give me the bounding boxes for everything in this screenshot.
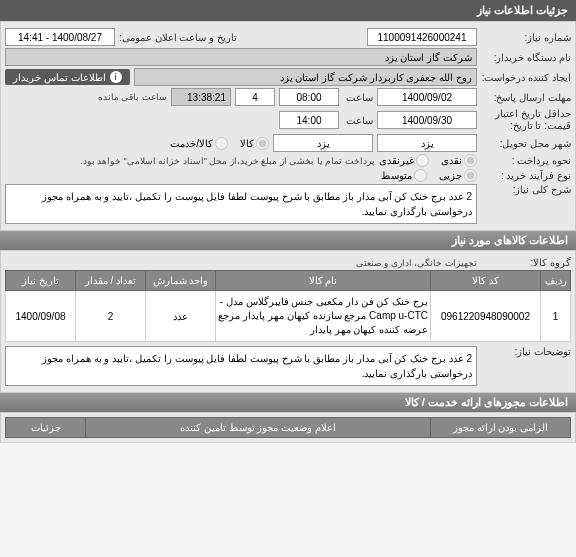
process-group: جزیی متوسط [381,169,477,182]
service-radio[interactable]: کالا/خدمت [170,137,228,150]
requester-field: روح الله جعفری کاربردار شرکت گاز استان ی… [134,68,477,86]
noncash-radio[interactable]: غیرنقدی [379,154,429,167]
cash-radio[interactable]: نقدی [441,154,477,167]
service-radio-input [215,137,228,150]
permits-table: الزامی بودن ارائه مجوز اعلام وضعیت مجوز … [5,417,571,438]
items-header: اطلاعات کالاهای مورد نیاز [0,231,576,250]
delivery-city-1: یزد [377,134,477,152]
min-validity-label: حداقل تاریخ اعتبار قیمت: تا تاریخ: [481,108,571,132]
pcol-status: اعلام وضعیت مجوز توسط تامین کننده [86,418,431,438]
pcol-details: جزئیات [6,418,86,438]
items-header-title: اطلاعات کالاهای مورد نیاز [452,234,568,246]
col-qty: تعداد / مقدار [76,271,146,291]
col-row: ردیف [541,271,571,291]
col-date: تاریخ نیاز [6,271,76,291]
table-row: 1 0961220948090002 برج خنک کن فن دار مکع… [6,291,571,342]
cell-date: 1400/09/08 [6,291,76,342]
permits-header: اطلاعات مجوزهای ارائه خدمت / کالا [0,393,576,412]
deadline-date: 1400/09/02 [377,88,477,106]
partial-radio[interactable]: جزیی [439,169,477,182]
main-header: جزئیات اطلاعات نیاز [0,0,576,21]
process-type-label: نوع فرآیند خرید : [481,170,571,181]
cell-code: 0961220948090002 [431,291,541,342]
validity-time: 14:00 [279,111,339,129]
announce-dt-label: تاریخ و ساعت اعلان عمومی: [119,32,237,43]
goods-radio-input [256,137,269,150]
delivery-type-group: کالا کالا/خدمت [170,137,269,150]
col-name: نام کالا [216,271,431,291]
payment-group: نقدی غیرنقدی [379,154,477,167]
payment-note: پرداخت تمام یا بخشی از مبلغ خرید،از محل … [5,156,375,166]
col-unit: واحد شمارش [146,271,216,291]
items-section: گروه کالا: تجهیزات خانگی، اداری و صنعتی … [0,250,576,393]
permits-section: الزامی بودن ارائه مجوز اعلام وضعیت مجوز … [0,412,576,443]
need-desc-label: شرح کلی نیاز: [481,184,571,195]
after-desc-label: توضیحات نیاز: [481,346,571,357]
time-label-1: ساعت [343,92,373,103]
goods-group-value: تجهیزات خانگی، اداری و صنعتی [356,258,477,268]
cell-name: برج خنک کن فن دار مکعبی جنس فایبرگلاس مد… [216,291,431,342]
remain-label: ساعت باقی مانده [98,92,167,102]
goods-group-label: گروه کالا: [481,257,571,268]
goods-radio[interactable]: کالا [240,137,269,150]
delivery-city-label: شهر محل تحویل: [481,138,571,149]
main-header-title: جزئیات اطلاعات نیاز [477,4,568,16]
delivery-city-2: یزد [273,134,373,152]
deadline-days: 4 [235,88,275,106]
remain-time: 13:38:21 [171,88,231,106]
cell-qty: 2 [76,291,146,342]
cash-radio-input [464,154,477,167]
mid-radio-input [414,169,427,182]
pcol-mandatory: الزامی بودن ارائه مجوز [431,418,571,438]
need-no-field: 1100091426000241 [367,28,477,46]
noncash-radio-input [416,154,429,167]
requester-label: ایجاد کننده درخواست: [481,72,571,83]
time-label-2: ساعت [343,115,373,126]
partial-radio-input [464,169,477,182]
deadline-label: مهلت ارسال پاسخ: [481,92,571,103]
permits-header-title: اطلاعات مجوزهای ارائه خدمت / کالا [405,396,568,408]
contact-buyer-link[interactable]: i اطلاعات تماس خریدار [5,69,130,85]
cell-unit: عدد [146,291,216,342]
buyer-label: نام دستگاه خریدار: [481,52,571,63]
after-desc-box: 2 عدد برج خنک کن آبی مدار باز مطابق با ش… [5,346,477,386]
validity-date: 1400/09/30 [377,111,477,129]
announce-dt-field: 1400/08/27 - 14:41 [5,28,115,46]
mid-radio[interactable]: متوسط [381,169,427,182]
col-code: کد کالا [431,271,541,291]
contact-label: اطلاعات تماس خریدار [13,72,106,83]
buyer-field: شرکت گاز استان یزد [5,48,477,66]
info-section: شماره نیاز: 1100091426000241 تاریخ و ساع… [0,21,576,231]
cell-row: 1 [541,291,571,342]
need-desc-box: 2 عدد برج خنک کن آبی مدار باز مطابق با ش… [5,184,477,224]
deadline-time: 08:00 [279,88,339,106]
items-table: ردیف کد کالا نام کالا واحد شمارش تعداد /… [5,270,571,342]
payment-label: نحوه پرداخت : [481,155,571,166]
need-no-label: شماره نیاز: [481,32,571,43]
info-icon: i [110,71,122,83]
